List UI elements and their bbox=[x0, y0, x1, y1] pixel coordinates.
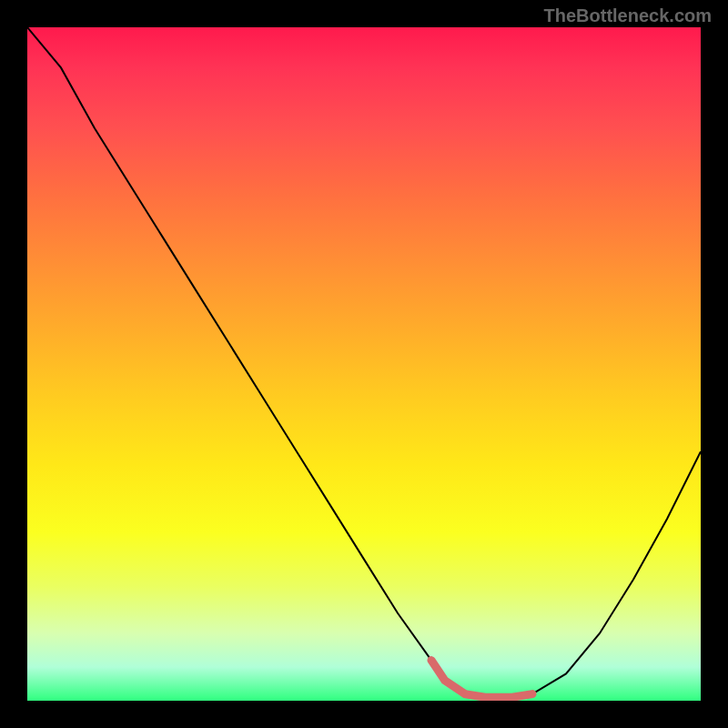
optimal-zone-highlight bbox=[27, 27, 701, 701]
chart-plot-area bbox=[27, 27, 701, 701]
watermark-text: TheBottleneck.com bbox=[544, 5, 712, 26]
